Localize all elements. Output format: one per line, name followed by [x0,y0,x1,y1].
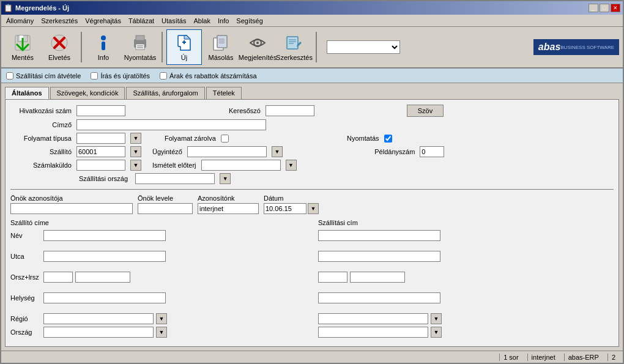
right-lrsz-input[interactable] [350,272,405,283]
save-icon [13,33,32,53]
left-utca-label: Utca [10,253,41,260]
arak-checkbox[interactable] [160,72,167,80]
search-dropdown[interactable] [327,40,400,54]
peldanyszam-input[interactable] [420,146,444,157]
menu-tablazat[interactable]: Táblázat [125,17,158,25]
main-content: Általános Szövegek, kondíciók Szállítás,… [1,83,623,351]
azonositonk-input[interactable] [198,203,259,214]
szallito-cime-section: Szállító címe Név Utca Orsz+lrsz [10,219,306,338]
right-regio-row: ▼ [318,313,614,324]
right-utca-input[interactable] [318,251,440,262]
onok-azonositoja-label: Önök azonosítója [10,195,133,202]
menu-allomany[interactable]: Állomány [2,17,37,25]
left-orsz-input[interactable] [43,272,73,283]
tab-altalanos[interactable]: Általános [5,87,49,99]
logo-text: abas [538,42,560,53]
keresoszó-input[interactable] [266,105,314,116]
left-helyseg-row: Helység [10,292,306,303]
ismetelt-input[interactable] [201,160,281,171]
right-helyseg-input[interactable] [318,292,440,303]
row-folyamat: Folyamat típusa ▼ Folyamat zárolva Nyomt… [10,133,614,144]
cimzo-input[interactable] [76,119,266,130]
right-orsz-input[interactable] [318,272,347,283]
right-regio-input[interactable] [318,313,428,324]
menu-ablak[interactable]: Ablak [190,17,214,25]
azonositonk-label: Azonosítónk [198,195,259,202]
ugyintezo-input[interactable] [187,146,267,157]
menu-segitseg[interactable]: Segítség [232,17,266,25]
svg-point-23 [256,42,259,44]
menu-vegrehajtas[interactable]: Végrehajtás [81,17,125,25]
szov-button[interactable]: Szöv [407,105,444,117]
menubar: Állomány Szerkesztés Végrehajtás Tábláza… [1,15,623,27]
tab-szovegek[interactable]: Szövegek, kondíciók [50,87,125,99]
szamlakuldő-input[interactable] [76,160,125,171]
menu-utasitas[interactable]: Utasítás [158,17,190,25]
left-lrsz-input[interactable] [75,272,130,283]
szallito-cime-title: Szállító címe [10,219,306,226]
right-orszag-input[interactable] [318,327,428,338]
szallitasi-cim-checkbox[interactable] [6,72,13,80]
right-nev-input[interactable] [318,230,440,241]
szallitasi-cim-section: Szállítási cím [318,219,614,338]
titlebar-controls: _ □ ✕ [589,4,620,12]
hivatkozasi-szam-label: Hivatkozási szám [10,107,72,114]
tab-content-altalanos: Hivatkozási szám Keresőszó Szöv Címző Fo… [5,99,619,347]
left-orszlrsz-label: Orsz+lrsz [10,273,41,281]
left-nev-input[interactable] [43,230,166,241]
right-utca-row [318,251,614,262]
new-icon [174,33,194,53]
print-button[interactable]: Nyomtatás [122,29,158,65]
ismetelt-btn[interactable]: ▼ [286,160,297,171]
folyamat-tipusa-input[interactable] [76,133,125,144]
close-button[interactable]: ✕ [611,4,620,12]
logo-area: abas BUSINESS SOFTWARE [533,39,619,55]
left-regio-btn[interactable]: ▼ [156,313,167,324]
view-button[interactable]: Megjelenítés [240,29,275,65]
save-button[interactable]: Mentés [5,29,40,65]
ugyintezo-btn[interactable]: ▼ [272,146,283,157]
szallito-input[interactable] [76,146,125,157]
main-window: 📋 Megrendelés - Új _ □ ✕ Állomány Szerke… [0,0,624,364]
szallito-btn[interactable]: ▼ [130,146,141,157]
left-regio-row: Régió ▼ [10,313,306,324]
hivatkozasi-szam-input[interactable] [76,105,125,116]
onok-levele-label: Önök levele [138,195,193,202]
section-divider-1 [10,189,614,190]
info-button[interactable]: Info [86,29,121,65]
menu-info[interactable]: Info [214,17,232,25]
new-button[interactable]: Új [166,29,202,65]
left-regio-input[interactable] [43,313,154,324]
status-user: interjnet [527,354,559,361]
datum-btn[interactable]: ▼ [308,203,319,214]
checkbar-item-szallitasi: Szállítási cím átvétele [6,72,81,80]
right-regio-btn[interactable]: ▼ [431,313,442,324]
szallitasi-orszag-btn[interactable]: ▼ [220,173,231,184]
copy-button[interactable]: Másolás [203,29,239,65]
folyamat-tipusa-btn[interactable]: ▼ [130,133,141,144]
szallitasi-orszag-input[interactable] [135,173,215,184]
datum-input[interactable] [264,203,306,214]
minimize-button[interactable]: _ [589,4,598,12]
left-helyseg-input[interactable] [43,292,166,303]
left-utca-input[interactable] [43,251,166,262]
cancel-button[interactable]: Elvetés [42,29,77,65]
szamlakuldő-btn[interactable]: ▼ [130,160,141,171]
onok-azonositoja-col: Önök azonosítója [10,195,133,214]
left-orszag-input[interactable] [43,327,154,338]
left-orszag-btn[interactable]: ▼ [156,327,167,338]
svg-rect-8 [102,42,105,50]
titlebar: 📋 Megrendelés - Új _ □ ✕ [1,1,623,15]
azonositok-row: Önök azonosítója Önök levele Azonosítónk… [10,195,614,214]
tab-tetelek[interactable]: Tételek [206,87,242,99]
tab-szallitas[interactable]: Szállítás, áruforgalom [126,87,204,99]
menu-szerkesztes[interactable]: Szerkesztés [37,17,81,25]
edit-button[interactable]: Szerkesztés [277,29,312,65]
folyamat-zarolva-checkbox[interactable] [221,135,229,143]
nyomtatas-checkbox[interactable] [384,135,392,143]
maximize-button[interactable]: □ [600,4,609,12]
iras-checkbox[interactable] [91,72,98,80]
onok-azonositoja-input[interactable] [10,203,133,214]
onok-levele-input[interactable] [138,203,193,214]
right-orszag-btn[interactable]: ▼ [431,327,442,338]
